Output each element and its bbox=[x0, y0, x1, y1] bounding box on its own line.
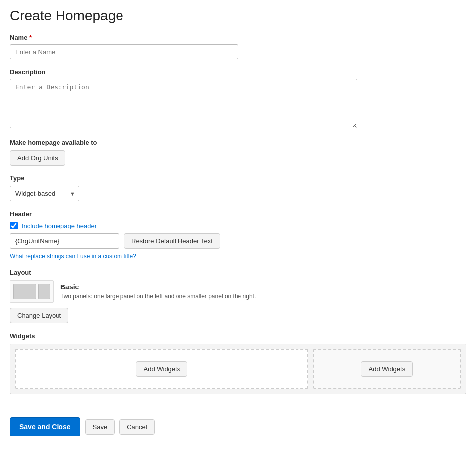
widgets-container: Add Widgets Add Widgets bbox=[10, 344, 466, 394]
name-field-group: Name * bbox=[10, 34, 466, 59]
description-input[interactable] bbox=[10, 79, 357, 128]
layout-preview-row: Basic Two panels: one large panel on the… bbox=[10, 280, 466, 303]
page-title: Create Homepage bbox=[10, 8, 466, 24]
widgets-label: Widgets bbox=[10, 332, 466, 340]
header-text-input[interactable] bbox=[10, 233, 119, 249]
layout-name: Basic bbox=[60, 283, 256, 291]
type-select-wrapper: Widget-based URL-based ▼ bbox=[10, 186, 79, 201]
layout-section: Layout Basic Two panels: one large panel… bbox=[10, 269, 466, 323]
type-select[interactable]: Widget-based URL-based bbox=[10, 186, 79, 201]
widgets-row: Add Widgets Add Widgets bbox=[15, 349, 461, 389]
page-container: Create Homepage Name * Description Make … bbox=[0, 0, 476, 458]
availability-label: Make homepage available to bbox=[10, 139, 466, 146]
change-layout-button[interactable]: Change Layout bbox=[10, 308, 68, 323]
add-widgets-right-button[interactable]: Add Widgets bbox=[361, 361, 413, 377]
widget-panel-left: Add Widgets bbox=[15, 349, 308, 389]
layout-preview-icon bbox=[10, 280, 54, 303]
header-input-row: Restore Default Header Text bbox=[10, 233, 466, 249]
save-button[interactable]: Save bbox=[85, 419, 115, 435]
name-input[interactable] bbox=[10, 44, 238, 59]
widget-panel-right: Add Widgets bbox=[313, 349, 461, 389]
header-section: Header Include homepage header Restore D… bbox=[10, 210, 466, 260]
type-label: Type bbox=[10, 174, 466, 182]
add-widgets-left-button[interactable]: Add Widgets bbox=[136, 361, 187, 377]
layout-small-panel-icon bbox=[38, 284, 50, 299]
cancel-button[interactable]: Cancel bbox=[119, 419, 154, 435]
layout-description: Two panels: one large panel on the left … bbox=[60, 293, 256, 300]
type-section: Type Widget-based URL-based ▼ bbox=[10, 174, 466, 201]
include-header-label[interactable]: Include homepage header bbox=[22, 222, 97, 229]
availability-section: Make homepage available to Add Org Units bbox=[10, 139, 466, 166]
name-label: Name * bbox=[10, 34, 466, 41]
layout-info: Basic Two panels: one large panel on the… bbox=[60, 283, 256, 300]
layout-large-panel-icon bbox=[13, 284, 36, 299]
header-label: Header bbox=[10, 210, 466, 218]
save-and-close-button[interactable]: Save and Close bbox=[10, 417, 80, 436]
required-marker: * bbox=[29, 34, 32, 41]
footer-bar: Save and Close Save Cancel bbox=[10, 409, 466, 436]
description-field-group: Description bbox=[10, 68, 466, 130]
widgets-section: Widgets Add Widgets Add Widgets bbox=[10, 332, 466, 394]
header-checkbox-row: Include homepage header bbox=[10, 222, 466, 229]
description-label: Description bbox=[10, 68, 466, 76]
include-header-checkbox[interactable] bbox=[10, 222, 18, 229]
layout-label: Layout bbox=[10, 269, 466, 276]
add-org-units-button[interactable]: Add Org Units bbox=[10, 150, 65, 166]
replace-string-link[interactable]: What replace strings can I use in a cust… bbox=[10, 253, 136, 260]
restore-default-header-button[interactable]: Restore Default Header Text bbox=[124, 233, 220, 249]
